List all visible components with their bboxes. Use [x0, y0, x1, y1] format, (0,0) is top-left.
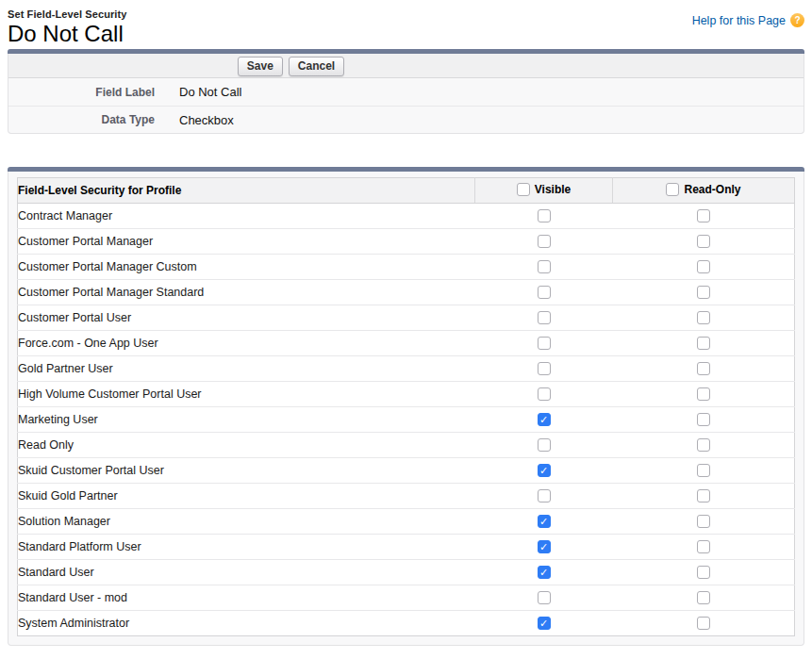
visible-column-header: Visible	[475, 178, 613, 204]
visible-checkbox-cell	[475, 509, 613, 535]
readonly-checkbox-cell	[613, 535, 795, 560]
visible-select-all-checkbox[interactable]	[517, 183, 530, 196]
page-eyebrow: Set Field-Level Security	[8, 8, 127, 20]
visible-checkbox-cell	[475, 535, 613, 560]
profile-name: Contract Manager	[18, 204, 475, 229]
visible-checkbox[interactable]	[538, 387, 551, 401]
readonly-checkbox[interactable]	[697, 260, 710, 273]
readonly-checkbox[interactable]	[697, 464, 710, 477]
table-row: Force.com - One App User	[18, 331, 795, 356]
visible-checkbox[interactable]	[538, 286, 551, 299]
visible-checkbox[interactable]	[538, 489, 551, 502]
visible-checkbox[interactable]	[538, 260, 551, 273]
profile-name: Standard Platform User	[18, 535, 475, 560]
readonly-checkbox[interactable]	[697, 566, 710, 579]
save-button[interactable]: Save	[238, 57, 283, 76]
visible-checkbox-cell	[475, 305, 613, 331]
readonly-checkbox-cell	[613, 229, 795, 255]
table-row: Customer Portal Manager	[18, 229, 795, 255]
readonly-select-all-checkbox[interactable]	[666, 183, 679, 196]
readonly-column-header: Read-Only	[613, 178, 795, 204]
cancel-button[interactable]: Cancel	[289, 57, 344, 76]
visible-checkbox[interactable]	[538, 591, 551, 604]
readonly-checkbox[interactable]	[697, 591, 710, 604]
readonly-checkbox-cell	[613, 585, 795, 611]
visible-checkbox[interactable]	[538, 540, 551, 553]
profile-name: Solution Manager	[18, 509, 475, 535]
visible-checkbox[interactable]	[538, 464, 551, 477]
visible-checkbox-cell	[475, 331, 613, 356]
table-row: Skuid Customer Portal User	[18, 458, 795, 484]
visible-checkbox[interactable]	[538, 311, 551, 324]
readonly-checkbox[interactable]	[697, 489, 710, 502]
visible-checkbox-cell	[475, 484, 613, 509]
profile-name: Force.com - One App User	[18, 331, 475, 356]
field-detail-section: SaveCancel Field Label Do Not Call Data …	[8, 49, 804, 134]
profile-table-section: Field-Level Security for Profile Visible…	[8, 168, 804, 646]
readonly-checkbox[interactable]	[697, 438, 710, 452]
visible-checkbox[interactable]	[538, 515, 551, 528]
readonly-checkbox[interactable]	[697, 337, 710, 350]
field-label-label: Field Label	[8, 86, 155, 99]
visible-checkbox[interactable]	[538, 209, 551, 222]
table-row: Standard User	[18, 560, 795, 585]
data-type-value: Checkbox	[155, 113, 234, 127]
readonly-checkbox-cell	[613, 509, 795, 535]
table-row: High Volume Customer Portal User	[18, 382, 795, 407]
visible-checkbox[interactable]	[538, 438, 551, 452]
visible-checkbox[interactable]	[538, 337, 551, 350]
page-title-block: Set Field-Level Security Do Not Call	[8, 8, 127, 45]
readonly-header-label: Read-Only	[684, 183, 740, 196]
visible-checkbox-cell	[475, 255, 613, 280]
visible-checkbox-cell	[475, 433, 613, 458]
readonly-checkbox-cell	[613, 382, 795, 407]
visible-checkbox[interactable]	[538, 566, 551, 579]
readonly-checkbox[interactable]	[697, 209, 710, 222]
readonly-checkbox-cell	[613, 407, 795, 433]
readonly-checkbox-cell	[613, 255, 795, 280]
readonly-checkbox[interactable]	[697, 235, 710, 248]
profile-name: Customer Portal Manager Custom	[18, 255, 475, 280]
readonly-checkbox-cell	[613, 611, 795, 636]
visible-checkbox[interactable]	[538, 362, 551, 375]
profile-security-table: Field-Level Security for Profile Visible…	[17, 177, 795, 636]
visible-header-label: Visible	[535, 183, 571, 196]
field-level-security-page: Set Field-Level Security Do Not Call Hel…	[0, 0, 812, 646]
help-area: Help for this Page ?	[692, 8, 804, 27]
visible-checkbox[interactable]	[538, 413, 551, 426]
table-row: Standard User - mod	[18, 585, 795, 611]
visible-checkbox[interactable]	[538, 617, 551, 630]
readonly-checkbox-cell	[613, 305, 795, 331]
visible-checkbox-cell	[475, 280, 613, 305]
table-row: Marketing User	[18, 407, 795, 433]
readonly-checkbox[interactable]	[697, 540, 710, 553]
profile-name: Customer Portal Manager Standard	[18, 280, 475, 305]
readonly-checkbox-cell	[613, 280, 795, 305]
table-row: Skuid Gold Partner	[18, 484, 795, 509]
button-group: SaveCancel	[235, 54, 347, 76]
profile-name: Standard User	[18, 560, 475, 585]
visible-checkbox-cell	[475, 382, 613, 407]
readonly-checkbox[interactable]	[697, 617, 710, 630]
table-row: System Administrator	[18, 611, 795, 636]
help-question-icon[interactable]: ?	[790, 13, 804, 27]
profile-name: Customer Portal User	[18, 305, 475, 331]
visible-checkbox-cell	[475, 229, 613, 255]
readonly-checkbox[interactable]	[697, 362, 710, 375]
readonly-checkbox[interactable]	[697, 515, 710, 528]
table-header-row: Field-Level Security for Profile Visible…	[18, 178, 795, 204]
readonly-checkbox[interactable]	[697, 311, 710, 324]
visible-checkbox-cell	[475, 356, 613, 382]
readonly-checkbox-cell	[613, 356, 795, 382]
readonly-checkbox[interactable]	[697, 413, 710, 426]
profile-name: Customer Portal Manager	[18, 229, 475, 255]
table-row: Customer Portal Manager Standard	[18, 280, 795, 305]
profile-name: System Administrator	[18, 611, 475, 636]
field-label-row: Field Label Do Not Call	[8, 78, 804, 106]
readonly-checkbox-cell	[613, 433, 795, 458]
visible-checkbox[interactable]	[538, 235, 551, 248]
help-link[interactable]: Help for this Page	[692, 14, 786, 27]
readonly-checkbox-cell	[613, 331, 795, 356]
readonly-checkbox[interactable]	[697, 286, 710, 299]
readonly-checkbox[interactable]	[697, 387, 710, 401]
